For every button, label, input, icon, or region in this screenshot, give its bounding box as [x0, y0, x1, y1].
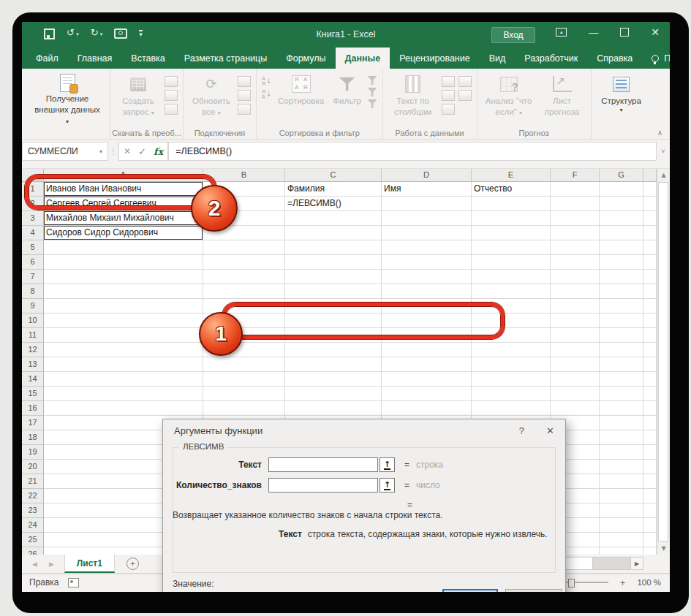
- cell-G5[interactable]: [600, 240, 643, 255]
- cell-E6[interactable]: [472, 255, 551, 270]
- cell-B6[interactable]: [203, 255, 285, 270]
- enter-icon[interactable]: ✓: [138, 146, 146, 157]
- cell-D6[interactable]: [382, 255, 472, 270]
- cell-D3[interactable]: [382, 211, 472, 226]
- cell-E12[interactable]: [472, 343, 551, 357]
- cell-G25[interactable]: [600, 533, 643, 547]
- cell-G11[interactable]: [600, 328, 643, 343]
- name-box[interactable]: СУММЕСЛИ ▾: [22, 142, 108, 161]
- cell-A12[interactable]: [44, 343, 203, 357]
- tab-insert[interactable]: Вставка: [121, 47, 174, 69]
- row-header-24[interactable]: 24: [22, 518, 44, 533]
- cell-C7[interactable]: [285, 270, 382, 284]
- cell-D4[interactable]: [382, 226, 472, 240]
- tab-assistant[interactable]: Помощн: [642, 47, 670, 69]
- query-options-icon[interactable]: [165, 104, 178, 115]
- vertical-scrollbar[interactable]: ▲ ▼: [657, 169, 670, 555]
- dialog-close-icon[interactable]: ✕: [546, 425, 554, 436]
- tab-developer[interactable]: Разработчик: [515, 47, 587, 69]
- tab-file[interactable]: Файл: [26, 47, 68, 69]
- zoom-slider-thumb[interactable]: [568, 579, 575, 588]
- minimize-icon[interactable]: —: [589, 28, 598, 37]
- cell-C5[interactable]: [285, 240, 382, 255]
- refresh-all-button[interactable]: ⟳ Обновить все ▾: [189, 72, 234, 125]
- flash-fill-icon[interactable]: [442, 76, 455, 87]
- cell-F10[interactable]: [551, 313, 600, 328]
- get-external-data-button[interactable]: Получение внешних данных ▾: [30, 72, 105, 125]
- cell-G10[interactable]: [600, 313, 643, 328]
- previous-sheet-icon[interactable]: ◀: [32, 560, 37, 568]
- cell-A13[interactable]: [44, 357, 203, 372]
- cell-E14[interactable]: [472, 372, 551, 387]
- cell-G13[interactable]: [600, 357, 643, 372]
- cell-A4[interactable]: Сидоров Сидор Сидорович: [44, 226, 203, 240]
- cell-B7[interactable]: [203, 270, 285, 284]
- cell-G3[interactable]: [600, 211, 643, 226]
- range-picker-button[interactable]: ↑: [380, 457, 395, 472]
- formula-input[interactable]: =ЛЕВСИМВ(): [168, 142, 657, 161]
- outline-button[interactable]: Структура ▾: [597, 72, 646, 125]
- connection-properties-icon[interactable]: [238, 76, 251, 87]
- cell-F16[interactable]: [551, 401, 600, 416]
- cell-E1[interactable]: Отчество: [472, 182, 551, 197]
- row-header-15[interactable]: 15: [22, 387, 44, 401]
- cell-E16[interactable]: [472, 401, 551, 416]
- name-box-dropdown-icon[interactable]: ▾: [99, 148, 102, 155]
- cell-F13[interactable]: [551, 357, 600, 372]
- cell-F14[interactable]: [551, 372, 600, 387]
- cell-F6[interactable]: [551, 255, 600, 270]
- cell-F12[interactable]: [551, 343, 600, 357]
- cell-G17[interactable]: [600, 416, 643, 430]
- row-header-21[interactable]: 21: [22, 474, 44, 489]
- cell-C4[interactable]: [285, 226, 382, 240]
- cell-C16[interactable]: [285, 401, 382, 416]
- cell-A6[interactable]: [44, 255, 203, 270]
- sort-descending-icon[interactable]: ЯА↓: [262, 89, 272, 99]
- row-header-10[interactable]: 10: [22, 313, 44, 328]
- column-header-B[interactable]: B: [203, 169, 285, 182]
- column-header-F[interactable]: F: [551, 169, 600, 182]
- dialog-title-bar[interactable]: Аргументы функции ? ✕: [163, 419, 565, 441]
- cell-D5[interactable]: [382, 240, 472, 255]
- cell-E2[interactable]: [472, 197, 551, 211]
- reapply-filter-icon[interactable]: [368, 88, 377, 96]
- tab-help[interactable]: Справка: [587, 47, 642, 69]
- cell-D15[interactable]: [382, 387, 472, 401]
- data-validation-icon[interactable]: [442, 104, 455, 115]
- cell-C6[interactable]: [285, 255, 382, 270]
- cell-F9[interactable]: [551, 299, 600, 313]
- cell-C15[interactable]: [285, 387, 382, 401]
- cell-G7[interactable]: [600, 270, 643, 284]
- tab-data[interactable]: Данные: [336, 47, 390, 69]
- row-header-22[interactable]: 22: [22, 489, 44, 503]
- argument-input[interactable]: [268, 457, 378, 472]
- row-header-8[interactable]: 8: [22, 284, 44, 299]
- cell-D1[interactable]: Имя: [382, 182, 472, 197]
- cancel-icon[interactable]: ✕: [124, 146, 131, 156]
- cell-A14[interactable]: [44, 372, 203, 387]
- row-header-19[interactable]: 19: [22, 445, 44, 460]
- tab-formulas[interactable]: Формулы: [276, 47, 335, 69]
- row-header-26[interactable]: 26: [22, 547, 44, 555]
- insert-function-icon[interactable]: fx: [154, 146, 163, 157]
- next-sheet-icon[interactable]: ▶: [49, 560, 54, 568]
- tab-page-layout[interactable]: Разметка страницы: [175, 47, 276, 69]
- range-picker-button[interactable]: ↑: [380, 478, 395, 493]
- cell-B13[interactable]: [203, 357, 285, 372]
- tab-review[interactable]: Рецензирование: [390, 47, 480, 69]
- cell-D13[interactable]: [382, 357, 472, 372]
- cell-B5[interactable]: [203, 240, 285, 255]
- row-header-13[interactable]: 13: [22, 357, 44, 372]
- cell-A16[interactable]: [44, 401, 203, 416]
- relationships-icon[interactable]: [458, 90, 472, 101]
- consolidate-icon[interactable]: [458, 76, 472, 87]
- cell-G6[interactable]: [600, 255, 643, 270]
- cell-C13[interactable]: [285, 357, 382, 372]
- row-header-5[interactable]: 5: [22, 240, 44, 255]
- cell-G14[interactable]: [600, 372, 643, 387]
- cell-G23[interactable]: [600, 503, 643, 518]
- expand-formula-bar-icon[interactable]: ˅: [657, 140, 670, 163]
- edit-links-icon[interactable]: [238, 104, 251, 115]
- cell-F4[interactable]: [551, 226, 600, 240]
- cell-G8[interactable]: [600, 284, 643, 299]
